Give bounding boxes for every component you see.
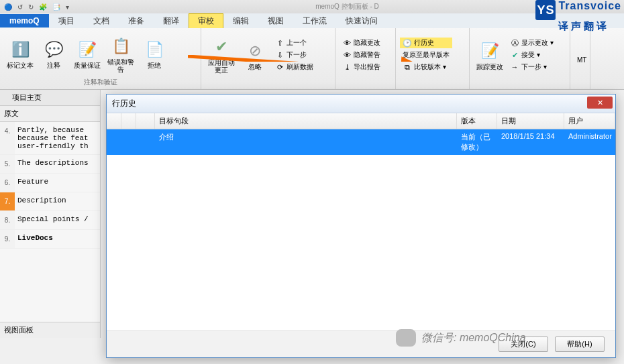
segment-number: 5. bbox=[0, 155, 15, 173]
segment-number: 7. bbox=[0, 192, 15, 210]
segment-number: 4. bbox=[0, 122, 15, 154]
refresh-button[interactable]: ⟳刷新数据 bbox=[272, 62, 316, 72]
errors-warnings-button[interactable]: 📋错误和警告 bbox=[105, 34, 137, 74]
export-report-button[interactable]: ⤓导出报告 bbox=[340, 62, 383, 72]
comment-button[interactable]: 💬注释 bbox=[38, 38, 70, 70]
row-history-button[interactable]: 🕑行历史 bbox=[400, 38, 452, 48]
cell-user: Administrator bbox=[564, 129, 615, 155]
history-table-header: 目标句段 版本 日期 用户 bbox=[107, 113, 615, 129]
segment-row[interactable]: 9.LiveDocs bbox=[0, 230, 100, 249]
project-home-tab[interactable]: 项目主页 bbox=[0, 90, 100, 106]
col-date[interactable]: 日期 bbox=[497, 113, 564, 129]
segment-number: 8. bbox=[0, 211, 15, 229]
cell-target: 介绍 bbox=[155, 129, 457, 155]
menu-translate[interactable]: 翻译 bbox=[154, 13, 189, 29]
qat-icon[interactable]: 📑 bbox=[52, 3, 60, 11]
segment-row[interactable]: 7.Description bbox=[0, 192, 100, 211]
qat-icon[interactable]: ↺ bbox=[17, 3, 23, 11]
menu-quickaccess[interactable]: 快速访问 bbox=[336, 13, 387, 29]
segment-text: Special points / bbox=[15, 211, 100, 229]
segment-row[interactable]: 6.Feature bbox=[0, 174, 100, 192]
left-panel: 项目主页 原文 4.Partly, because because the fe… bbox=[0, 90, 101, 338]
menu-project[interactable]: 项目 bbox=[49, 13, 84, 29]
menu-bar: memoQ 项目 文档 准备 翻译 审校 编辑 视图 工作流 快速访问 bbox=[0, 13, 624, 28]
qa-button[interactable]: 📝质量保证 bbox=[71, 38, 103, 70]
row-history-dialog: 行历史 ✕ 目标句段 版本 日期 用户 介绍 当前（已修改） 2018/1/15… bbox=[106, 94, 616, 358]
col-user[interactable]: 用户 bbox=[564, 113, 615, 129]
qat-icon[interactable]: 🔵 bbox=[4, 3, 12, 11]
apply-autocorrect-button[interactable]: ✔应用自动更正 bbox=[205, 35, 238, 75]
mt-button[interactable]: MT bbox=[574, 56, 589, 64]
segment-row[interactable]: 8.Special points / bbox=[0, 211, 100, 230]
hide-changes-button[interactable]: 👁隐藏更改 bbox=[340, 38, 383, 48]
mark-text-button[interactable]: ℹ️标记文本 bbox=[4, 38, 36, 70]
segment-text: Partly, because because the feat user-fr… bbox=[15, 122, 100, 154]
cell-version: 当前（已修改） bbox=[457, 129, 497, 155]
segment-number: 6. bbox=[0, 174, 15, 192]
menu-workflow[interactable]: 工作流 bbox=[293, 13, 336, 29]
hide-warnings-button[interactable]: 👁隐藏警告 bbox=[340, 50, 383, 60]
revert-earliest-button[interactable]: 复原至最早版本 bbox=[400, 50, 452, 60]
segment-row[interactable]: 5.The descriptions bbox=[0, 155, 100, 174]
close-button[interactable]: 关闭(C) bbox=[499, 337, 548, 352]
qat-icon[interactable]: 🧩 bbox=[39, 3, 47, 11]
source-label: 原文 bbox=[0, 106, 100, 122]
menu-edit[interactable]: 编辑 bbox=[223, 13, 258, 29]
history-body bbox=[107, 155, 615, 330]
segment-text: Feature bbox=[15, 174, 100, 192]
dialog-title: 行历史 bbox=[112, 98, 136, 109]
track-changes-button[interactable]: 📝跟踪更改 bbox=[474, 39, 506, 72]
segment-number: 9. bbox=[0, 230, 15, 248]
reject-button[interactable]: 📄拒绝 bbox=[138, 38, 170, 70]
segment-text: LiveDocs bbox=[15, 230, 100, 248]
cell-date: 2018/1/15 21:34 bbox=[497, 129, 564, 155]
history-row-selected[interactable]: 介绍 当前（已修改） 2018/1/15 21:34 Administrator bbox=[107, 129, 615, 155]
help-button[interactable]: 帮助(H) bbox=[555, 337, 605, 352]
view-panel-label[interactable]: 视图面板 bbox=[0, 322, 100, 338]
quick-access-toolbar: 🔵 ↺ ↻ 🧩 📑 ▾ memoQ 控制面板 - D bbox=[0, 0, 624, 13]
segment-text: Description bbox=[15, 192, 100, 210]
ribbon: ℹ️标记文本 💬注释 📝质量保证 📋错误和警告 📄拒绝 注释和验证 ✔应用自动更… bbox=[0, 28, 624, 90]
show-changes-button[interactable]: Ⓐ显示更改 ▾ bbox=[507, 38, 556, 48]
next-button[interactable]: ⇩下一步 bbox=[272, 50, 316, 60]
app-brand[interactable]: memoQ bbox=[0, 14, 49, 27]
next-change-button[interactable]: →下一步 ▾ bbox=[507, 62, 556, 72]
col-target[interactable]: 目标句段 bbox=[155, 113, 457, 129]
qat-icon[interactable]: ↻ bbox=[28, 3, 34, 11]
dialog-titlebar[interactable]: 行历史 ✕ bbox=[107, 95, 615, 113]
menu-document[interactable]: 文档 bbox=[84, 13, 119, 29]
menu-view[interactable]: 视图 bbox=[258, 13, 293, 29]
menu-review[interactable]: 审校 bbox=[189, 13, 223, 29]
ribbon-group-label: 注释和验证 bbox=[0, 77, 201, 89]
close-icon[interactable]: ✕ bbox=[587, 97, 613, 109]
window-title: memoQ 控制面板 - D bbox=[74, 2, 620, 11]
qat-icon[interactable]: ▾ bbox=[66, 3, 69, 11]
prev-button[interactable]: ⇧上一个 bbox=[272, 38, 316, 48]
accept-button[interactable]: ✔接受 ▾ bbox=[507, 50, 556, 60]
segment-row[interactable]: 4.Partly, because because the feat user-… bbox=[0, 122, 100, 155]
ignore-button[interactable]: ⊘忽略 bbox=[239, 39, 271, 72]
compare-versions-button[interactable]: ⧉比较版本 ▾ bbox=[400, 62, 452, 72]
menu-prepare[interactable]: 准备 bbox=[119, 13, 154, 29]
col-version[interactable]: 版本 bbox=[457, 113, 497, 129]
segment-text: The descriptions bbox=[15, 155, 100, 173]
